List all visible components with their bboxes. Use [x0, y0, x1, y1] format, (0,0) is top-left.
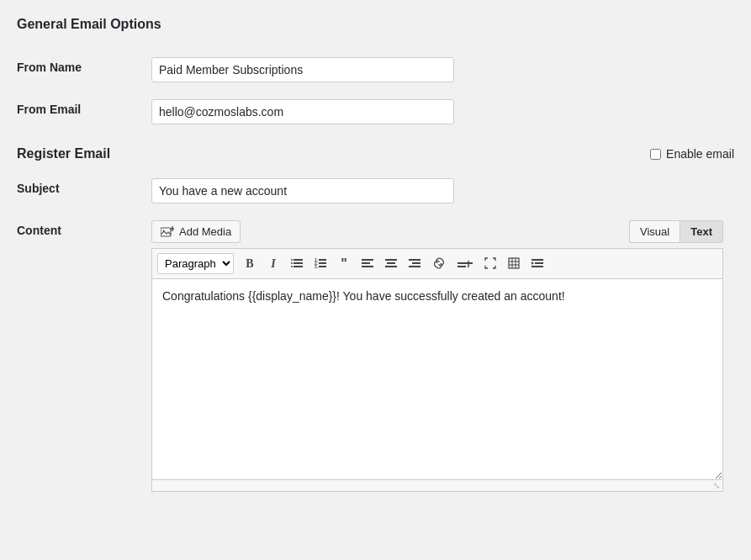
more-icon: [457, 260, 473, 268]
indent-icon: [532, 258, 543, 268]
italic-button[interactable]: I: [262, 255, 284, 273]
svg-rect-11: [319, 259, 326, 261]
editor-content-text: Congratulations {{display_name}}! You ha…: [162, 289, 565, 303]
indent-button[interactable]: [526, 255, 548, 273]
svg-rect-24: [409, 266, 420, 267]
enable-email-label[interactable]: Enable email: [650, 147, 734, 161]
bold-button[interactable]: B: [239, 255, 261, 273]
form-table: From Name From Email: [17, 49, 734, 133]
svg-marker-36: [532, 262, 534, 265]
from-email-row: From Email: [17, 91, 734, 133]
svg-rect-15: [319, 266, 326, 267]
align-left-button[interactable]: [357, 255, 378, 273]
editor-top-bar: Add Media Visual Text: [151, 220, 723, 243]
link-icon: [432, 257, 446, 269]
ol-button[interactable]: 1. 2. 3.: [309, 255, 331, 273]
svg-rect-26: [457, 266, 466, 267]
from-name-label: From Name: [17, 49, 151, 91]
page-wrapper: General Email Options From Name From Ema…: [0, 0, 751, 517]
align-right-icon: [409, 258, 420, 268]
editor-content-area[interactable]: Congratulations {{display_name}}! You ha…: [151, 278, 723, 480]
svg-rect-23: [412, 262, 420, 264]
svg-rect-18: [362, 266, 373, 267]
content-cell: Add Media Visual Text Paragraph B I: [151, 212, 734, 500]
svg-rect-9: [294, 266, 303, 267]
subject-content-table: Subject Content: [17, 170, 734, 500]
subject-cell: [151, 170, 734, 212]
from-email-label: From Email: [17, 91, 151, 133]
svg-rect-13: [319, 262, 326, 264]
link-button[interactable]: [427, 254, 451, 274]
table-icon: [508, 257, 520, 269]
svg-point-4: [291, 259, 293, 261]
svg-text:3.: 3.: [315, 264, 319, 268]
enable-email-checkbox[interactable]: [650, 149, 661, 160]
from-email-input[interactable]: [151, 99, 454, 124]
svg-rect-21: [385, 266, 397, 267]
svg-rect-7: [294, 262, 303, 264]
ul-button[interactable]: [286, 255, 308, 273]
paragraph-select[interactable]: Paragraph: [157, 253, 234, 274]
register-email-title: Register Email: [17, 146, 110, 161]
align-right-button[interactable]: [404, 255, 426, 273]
resize-icon: ⤡: [713, 481, 720, 490]
editor-toolbar: Paragraph B I: [151, 248, 723, 278]
register-email-row: Register Email Enable email: [17, 146, 734, 161]
svg-rect-5: [294, 259, 303, 261]
svg-point-8: [291, 266, 293, 267]
add-media-icon: [161, 226, 174, 238]
visual-tab[interactable]: Visual: [629, 220, 680, 243]
enable-email-text: Enable email: [666, 147, 734, 161]
editor-bottom-bar: ⤡: [151, 480, 723, 492]
fullscreen-icon: [484, 257, 496, 269]
more-button[interactable]: [452, 255, 478, 273]
svg-rect-25: [457, 262, 473, 264]
text-tab[interactable]: Text: [680, 220, 723, 243]
view-tabs: Visual Text: [629, 220, 723, 243]
table-button[interactable]: [503, 254, 525, 274]
editor-wrapper: Add Media Visual Text Paragraph B I: [151, 220, 723, 492]
ol-icon: 1. 2. 3.: [315, 258, 326, 268]
subject-input[interactable]: [151, 178, 454, 203]
section-title: General Email Options: [17, 17, 734, 32]
svg-point-6: [291, 262, 293, 264]
add-media-button[interactable]: Add Media: [151, 220, 241, 243]
subject-row: Subject: [17, 170, 734, 212]
svg-rect-35: [532, 266, 543, 267]
svg-rect-22: [409, 259, 420, 261]
subject-label: Subject: [17, 170, 151, 212]
from-name-row: From Name: [17, 49, 734, 91]
align-left-icon: [362, 258, 373, 268]
svg-rect-17: [362, 262, 370, 264]
fullscreen-button[interactable]: [479, 254, 501, 274]
add-media-label: Add Media: [179, 225, 231, 238]
svg-rect-20: [387, 262, 395, 264]
from-name-cell: [151, 49, 734, 91]
content-row: Content Add Media: [17, 212, 734, 500]
blockquote-button[interactable]: ": [333, 254, 355, 274]
from-name-input[interactable]: [151, 57, 454, 82]
content-label: Content: [17, 212, 151, 500]
ul-icon: [291, 258, 303, 268]
svg-rect-28: [509, 258, 519, 268]
svg-rect-33: [532, 259, 543, 261]
svg-rect-19: [385, 259, 397, 261]
svg-rect-0: [161, 228, 171, 236]
svg-rect-34: [535, 262, 543, 264]
from-email-cell: [151, 91, 734, 133]
align-center-button[interactable]: [380, 255, 402, 273]
svg-rect-16: [362, 259, 373, 261]
align-center-icon: [385, 258, 397, 268]
